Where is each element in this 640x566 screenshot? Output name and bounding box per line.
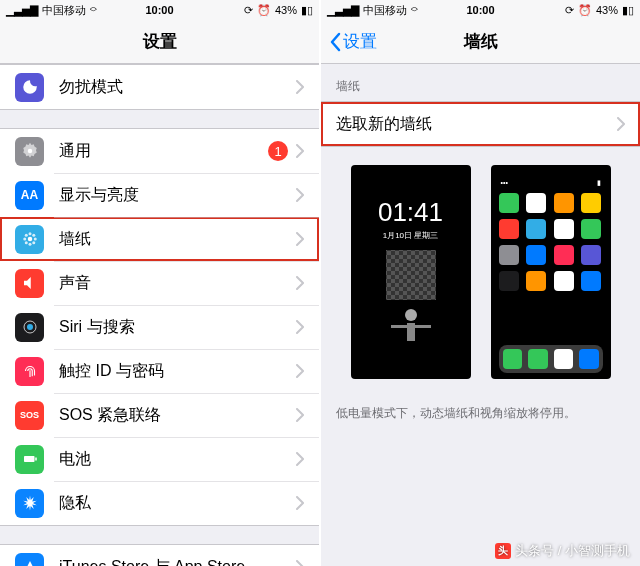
signal-icon: ▁▃▅▇ [6,4,38,17]
hand-icon [15,489,44,518]
row-label: 墙纸 [59,229,296,250]
app-icon [554,271,574,291]
clock-label: 10:00 [145,4,173,16]
preview-statusbar: •••▮ [499,179,603,187]
signal-icon: ▁▃▅▇ [327,4,359,17]
chevron-left-icon [329,32,341,52]
lock-screen-preview[interactable]: 01:41 1月10日 星期三 [351,165,471,379]
carrier-label: 中国移动 [363,3,407,18]
phone-app-icon [503,349,523,369]
back-button[interactable]: 设置 [329,30,377,53]
row-label: 勿扰模式 [59,77,296,98]
settings-row-gear[interactable]: 通用1 [0,129,319,173]
gear-icon [15,137,44,166]
lock-icon: ⟳ [244,4,253,17]
wifi-icon: ⌔ [411,4,418,16]
svg-point-3 [28,243,31,246]
row-label: SOS 紧急联络 [59,405,296,426]
app-icon [499,193,519,213]
chevron-right-icon [296,496,304,510]
battery-icon: ▮▯ [622,4,634,17]
row-label: 选取新的墙纸 [336,114,617,135]
settings-row-appstore[interactable]: iTunes Store 与 App Store [0,545,319,566]
svg-rect-12 [24,456,35,462]
settings-row-touchid[interactable]: 触控 ID 与密码 [0,349,319,393]
wifi-icon: ⌔ [90,4,97,16]
home-screen-preview[interactable]: •••▮ [491,165,611,379]
app-icon [499,219,519,239]
back-label: 设置 [343,30,377,53]
settings-row-battery[interactable]: 电池 [0,437,319,481]
app-icon [499,271,519,291]
settings-row-siri[interactable]: Siri 与搜索 [0,305,319,349]
chevron-right-icon [296,276,304,290]
svg-point-7 [32,234,35,237]
nav-bar: 设置 [0,20,319,64]
row-label: 隐私 [59,493,296,514]
battery-icon: ▮▯ [301,4,313,17]
settings-group: 通用1AA显示与亮度墙纸声音Siri 与搜索触控 ID 与密码SOSSOS 紧急… [0,128,319,526]
sos-icon: SOS [15,401,44,430]
app-icon [581,193,601,213]
nav-bar: 设置 墙纸 [321,20,640,64]
chevron-right-icon [617,117,625,131]
svg-rect-13 [35,458,37,461]
row-label: 显示与亮度 [59,185,296,206]
row-label: 触控 ID 与密码 [59,361,296,382]
choose-wallpaper-row[interactable]: 选取新的墙纸 [321,102,640,146]
settings-row-hand[interactable]: 隐私 [0,481,319,525]
dock [499,345,603,373]
app-icon [554,193,574,213]
flower-icon [15,225,44,254]
app-icon [526,193,546,213]
battery-icon [15,445,44,474]
lock-time: 01:41 [351,197,471,228]
chevron-right-icon [296,188,304,202]
settings-row-sos[interactable]: SOSSOS 紧急联络 [0,393,319,437]
svg-point-8 [24,241,27,244]
lock-date: 1月10日 星期三 [351,230,471,241]
wallpaper-screen: ▁▃▅▇中国移动⌔ 10:00 ⟳⏰43%▮▯ 设置 墙纸 墙纸 选取新的墙纸 … [321,0,640,566]
page-title: 设置 [143,30,177,53]
svg-point-4 [23,238,26,241]
home-grid [499,193,603,291]
settings-row-flower[interactable]: 墙纸 [0,217,319,261]
chevron-right-icon [296,320,304,334]
settings-row-moon[interactable]: 勿扰模式 [0,65,319,109]
chevron-right-icon [296,144,304,158]
svg-point-11 [27,324,33,330]
watermark-text: 头条号 / 小智测手机 [515,542,630,560]
chevron-right-icon [296,364,304,378]
footer-note: 低电量模式下，动态墙纸和视角缩放将停用。 [321,397,640,430]
battery-label: 43% [596,4,618,16]
aa-icon: AA [15,181,44,210]
lock-icon: ⟳ [565,4,574,17]
chevron-right-icon [296,452,304,466]
chevron-right-icon [296,560,304,566]
settings-row-aa[interactable]: AA显示与亮度 [0,173,319,217]
settings-row-speaker[interactable]: 声音 [0,261,319,305]
safari-app-icon [579,349,599,369]
row-label: 通用 [59,141,268,162]
page-title: 墙纸 [464,30,498,53]
chevron-right-icon [296,80,304,94]
wallpaper-figure [396,309,426,359]
settings-list[interactable]: 勿扰模式 通用1AA显示与亮度墙纸声音Siri 与搜索触控 ID 与密码SOSS… [0,64,319,566]
speaker-icon [15,269,44,298]
chevron-right-icon [296,408,304,422]
badge: 1 [268,141,288,161]
svg-point-5 [33,238,36,241]
wallpaper-previews: 01:41 1月10日 星期三 •••▮ [321,147,640,397]
settings-group: iTunes Store 与 App Store钱包与 Apple Pay [0,544,319,566]
touchid-icon [15,357,44,386]
settings-screen: ▁▃▅▇中国移动⌔ 10:00 ⟳⏰43%▮▯ 设置 勿扰模式 通用1AA显示与… [0,0,319,566]
watermark-logo-icon: 头 [495,543,511,559]
carrier-label: 中国移动 [42,3,86,18]
alarm-icon: ⏰ [578,4,592,17]
app-icon [581,245,601,265]
app-icon [554,219,574,239]
wallpaper-content[interactable]: 墙纸 选取新的墙纸 01:41 1月10日 星期三 •••▮ [321,64,640,566]
app-icon [581,271,601,291]
svg-point-9 [32,241,35,244]
watermark: 头 头条号 / 小智测手机 [495,542,630,560]
